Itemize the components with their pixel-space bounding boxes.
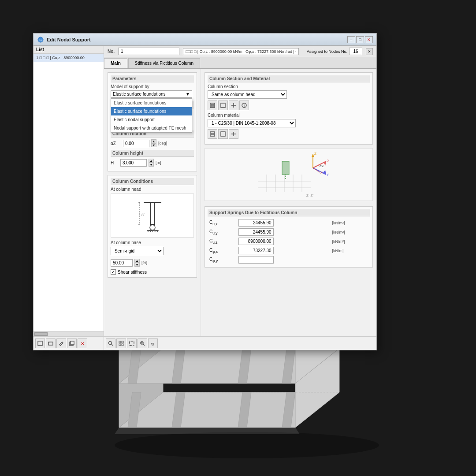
cphi-x-row: Cφ,x [kN/m] [208,246,370,255]
no-input[interactable] [118,48,179,55]
bottom-grid-btn[interactable] [116,338,126,348]
cu-z-row: Cu,z [kN/m²] [208,237,370,246]
cu-y-label: Cu,y [208,227,237,237]
col-section-icon3[interactable] [229,100,238,110]
cu-x-label: Cu,x [208,218,237,227]
dropdown-item-2[interactable]: Elastic surface foundations [111,107,192,115]
svg-rect-90 [130,341,134,346]
dropdown-item-4[interactable]: Nodal support with adapted FE mesh [111,124,192,132]
dropdown-item-3[interactable]: Elastic nodal support [111,115,192,124]
title-bar-buttons: – □ ✕ [347,36,373,43]
percent-up[interactable]: ▲ [134,259,140,263]
cu-x-row: Cu,x [kN/m²] [208,218,370,227]
horizontal-scrollbar[interactable] [33,331,104,336]
col-base-select[interactable]: Semi-rigid [111,247,164,255]
tab-stiffness[interactable]: Stiffness via Fictitious Column [128,58,200,68]
cphi-y-input[interactable] [238,256,274,264]
col-material-select-wrapper: 1 - C25/30 | DIN 1045-1:2008-08 [208,119,370,127]
panel-close-btn[interactable]: ✕ [366,48,373,55]
svg-text:Z: Z [314,152,316,156]
bottom-zoom-btn[interactable] [138,338,147,348]
percent-spinner[interactable]: ▲ ▼ [134,259,140,267]
name-input[interactable] [183,48,299,55]
shear-stiffness-label: Shear stiffness [118,270,147,275]
H-unit: [m] [156,160,161,165]
col-section-box: Column Section and Material Column secti… [205,72,373,145]
svg-rect-86 [119,341,121,343]
delete-btn[interactable]: ✕ [78,338,87,348]
svg-point-1 [115,432,379,458]
left-content: Parameters Model of support by Elastic s… [104,69,201,336]
col-base-dropdown-wrapper: Semi-rigid [111,247,164,257]
H-input[interactable] [120,159,147,167]
col-section-icon1[interactable] [208,100,217,110]
bottom-select-btn[interactable] [127,338,137,348]
col-section-info-btn[interactable]: i [239,100,249,110]
percent-input[interactable] [111,259,133,267]
svg-text:H: H [141,212,145,216]
tab-main[interactable]: Main [104,58,127,68]
svg-point-38 [150,225,155,230]
percent-down[interactable]: ▼ [134,263,140,267]
cphi-x-input[interactable] [238,247,274,254]
bottom-search-btn[interactable] [106,338,115,348]
col-material-select[interactable]: 1 - C25/30 | DIN 1045-1:2008-08 [208,119,296,127]
col-material-icon2[interactable] [218,129,228,139]
alpha-z-row: αZ ▲ ▼ [deg] [111,139,194,147]
close-button[interactable]: ✕ [365,36,373,43]
copy-btn[interactable] [67,338,77,348]
H-spinner[interactable]: ▲ ▼ [149,159,154,167]
model-support-label: Model of support by [111,84,194,89]
svg-point-84 [109,342,112,345]
cu-z-input[interactable] [238,238,274,245]
cphi-y-row: Cφ,y [208,255,370,264]
new-btn[interactable] [35,338,45,348]
svg-line-85 [112,344,113,346]
svg-rect-69 [282,161,289,175]
svg-rect-51 [211,104,214,107]
col-conditions-label: Column Conditions [111,178,194,185]
at-col-head-label: At column head [111,187,194,192]
maximize-button[interactable]: □ [356,36,364,43]
shear-stiffness-row: ✓ Shear stiffness [111,269,194,275]
cu-y-row: Cu,y [kN/m²] [208,227,370,237]
alpha-z-label: αZ [111,141,121,146]
col-material-sublabel: Column material [208,113,370,118]
svg-line-80 [313,168,320,172]
assigned-section: Assigned to Nodes No. 16 [307,48,362,55]
svg-text:i: i [244,104,245,107]
dropdown-item-1[interactable]: Elastic surface foundations [111,99,192,107]
alpha-z-spinner[interactable]: ▲ ▼ [151,139,156,147]
bottom-fn-btn[interactable]: f() [148,338,158,348]
col-section-select-wrapper: Same as column head [208,90,370,99]
model-support-dropdown-trigger[interactable]: Elastic surface foundations ▼ [111,90,192,98]
cphi-y-unit [330,255,370,264]
model-support-selected: Elastic surface foundations [113,92,166,97]
cu-z-label: Cu,z [208,237,237,246]
col-material-icon3[interactable] [229,129,238,139]
percent-unit: [%] [141,260,147,265]
cu-y-input[interactable] [238,228,274,236]
shear-stiffness-checkbox[interactable]: ✓ [111,269,116,275]
col-section-icon2[interactable] [218,100,228,110]
column-diagram: H [111,193,194,238]
H-up[interactable]: ▲ [149,159,154,163]
cu-x-input[interactable] [238,219,274,227]
col-section-select[interactable]: Same as column head [208,90,287,99]
col-rotation-section: Column rotation αZ ▲ ▼ [deg] [111,130,194,147]
svg-rect-58 [211,133,214,135]
alpha-z-input[interactable] [123,140,149,147]
cphi-x-unit: [kN/m] [330,246,370,255]
list-item[interactable]: 1 □ □ □ | Cu,z : 8900000.00 [33,54,104,62]
minimize-button[interactable]: – [347,36,355,43]
alpha-z-down[interactable]: ▼ [151,143,156,147]
svg-text:Y: Y [327,173,329,177]
edit-btn[interactable] [56,338,66,348]
alpha-z-up[interactable]: ▲ [151,139,156,143]
H-label: H [111,160,119,165]
H-down[interactable]: ▼ [149,163,154,167]
alpha-z-unit: [deg] [158,141,167,145]
open-btn[interactable] [46,338,56,348]
svg-rect-87 [122,341,123,343]
col-material-icon1[interactable] [208,129,217,139]
